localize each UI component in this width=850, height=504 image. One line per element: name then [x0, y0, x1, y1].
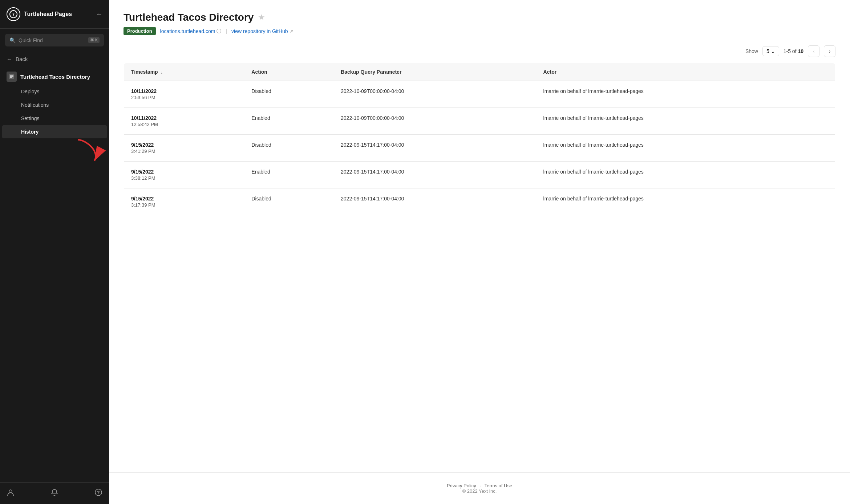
sidebar: Y Turtlehead Pages ← 🔍 Quick Find ⌘ K ← … [0, 0, 109, 504]
page-title-row: Turtlehead Tacos Directory ★ [124, 12, 835, 23]
svg-text:?: ? [97, 490, 100, 495]
table-header: Timestamp ↓ Action Backup Query Paramete… [124, 63, 835, 81]
search-shortcut: ⌘ K [88, 37, 100, 43]
profile-icon[interactable] [7, 488, 15, 498]
terms-of-use-link[interactable]: Terms of Use [485, 483, 513, 488]
table-row: 10/11/2022 2:53:56 PM Disabled 2022-10-0… [124, 81, 835, 108]
cell-backup-2: 2022-09-15T14:17:00-04:00 [333, 135, 536, 162]
info-icon: ⓘ [216, 28, 221, 34]
cell-timestamp-1: 10/11/2022 12:58:42 PM [124, 108, 244, 135]
meta-separator: | [226, 28, 227, 34]
table-row: 10/11/2022 12:58:42 PM Enabled 2022-10-0… [124, 108, 835, 135]
cell-timestamp-2: 9/15/2022 3:41:29 PM [124, 135, 244, 162]
main-content: Turtlehead Tacos Directory ★ Production … [109, 0, 850, 504]
logo-icon: Y [7, 7, 20, 21]
cell-actor-4: lmarrie on behalf of lmarrie-turtlehead-… [536, 188, 835, 215]
prev-page-button[interactable]: ‹ [808, 45, 819, 57]
repo-link[interactable]: view repository in GitHub ↗ [231, 28, 293, 34]
cell-action-2: Disabled [244, 135, 333, 162]
cell-action-0: Disabled [244, 81, 333, 108]
svg-rect-5 [10, 77, 12, 78]
col-actor: Actor [536, 63, 835, 81]
cell-backup-4: 2022-09-15T14:17:00-04:00 [333, 188, 536, 215]
svg-text:Y: Y [12, 12, 15, 16]
section-icon [7, 72, 17, 82]
table-row: 9/15/2022 3:38:12 PM Enabled 2022-09-15T… [124, 162, 835, 188]
production-badge: Production [124, 27, 156, 35]
show-label: Show [745, 48, 758, 54]
history-table: Timestamp ↓ Action Backup Query Paramete… [124, 63, 835, 215]
sidebar-item-history[interactable]: History [2, 125, 107, 138]
sidebar-logo-text: Turtlehead Pages [24, 11, 72, 17]
col-timestamp[interactable]: Timestamp ↓ [124, 63, 244, 81]
sidebar-item-notifications[interactable]: Notifications [2, 98, 107, 111]
site-link[interactable]: locations.turtlehead.com ⓘ [160, 28, 222, 34]
cell-actor-1: lmarrie on behalf of lmarrie-turtlehead-… [536, 108, 835, 135]
page-title: Turtlehead Tacos Directory [124, 12, 254, 23]
external-link-icon: ↗ [290, 29, 293, 34]
section-title: Turtlehead Tacos Directory [20, 74, 90, 80]
sidebar-collapse-icon[interactable]: ← [96, 11, 102, 18]
cell-actor-0: lmarrie on behalf of lmarrie-turtlehead-… [536, 81, 835, 108]
cell-action-3: Enabled [244, 162, 333, 188]
back-label: Back [16, 56, 28, 62]
back-button[interactable]: ← Back [0, 52, 109, 66]
footer-links: Privacy Policy · Terms of Use [116, 483, 843, 488]
next-page-button[interactable]: › [824, 45, 835, 57]
search-icon: 🔍 [9, 37, 16, 43]
table-row: 9/15/2022 3:17:39 PM Disabled 2022-09-15… [124, 188, 835, 215]
col-action: Action [244, 63, 333, 81]
svg-point-6 [9, 490, 12, 493]
copyright-text: © 2022 Yext Inc. [116, 488, 843, 494]
pagination-info: 1-5 of 10 [784, 48, 804, 54]
cell-action-4: Disabled [244, 188, 333, 215]
svg-rect-4 [10, 76, 13, 77]
sidebar-item-deploys[interactable]: Deploys [2, 85, 107, 98]
cell-backup-0: 2022-10-09T00:00:00-04:00 [333, 81, 536, 108]
page-meta: Production locations.turtlehead.com ⓘ | … [124, 27, 835, 35]
table-body: 10/11/2022 2:53:56 PM Disabled 2022-10-0… [124, 81, 835, 215]
svg-rect-3 [10, 75, 13, 76]
pagination-row: Show 5 ⌄ 1-5 of 10 ‹ › [124, 45, 835, 57]
cell-timestamp-3: 9/15/2022 3:38:12 PM [124, 162, 244, 188]
chevron-down-icon: ⌄ [771, 48, 775, 54]
sidebar-section: Turtlehead Tacos Directory [0, 66, 109, 85]
cell-timestamp-0: 10/11/2022 2:53:56 PM [124, 81, 244, 108]
cell-backup-3: 2022-09-15T14:17:00-04:00 [333, 162, 536, 188]
sidebar-footer: ? [0, 482, 109, 504]
content-body: Turtlehead Tacos Directory ★ Production … [109, 0, 850, 472]
sidebar-item-settings[interactable]: Settings [2, 112, 107, 125]
cell-timestamp-4: 9/15/2022 3:17:39 PM [124, 188, 244, 215]
col-backup-query-param: Backup Query Parameter [333, 63, 536, 81]
cell-backup-1: 2022-10-09T00:00:00-04:00 [333, 108, 536, 135]
cell-actor-2: lmarrie on behalf of lmarrie-turtlehead-… [536, 135, 835, 162]
cell-actor-3: lmarrie on behalf of lmarrie-turtlehead-… [536, 162, 835, 188]
favorite-star-icon[interactable]: ★ [258, 13, 265, 22]
sidebar-logo: Y Turtlehead Pages [7, 7, 72, 21]
sidebar-header: Y Turtlehead Pages ← [0, 0, 109, 29]
back-arrow-icon: ← [7, 56, 12, 62]
sort-icon: ↓ [161, 70, 163, 74]
content-footer: Privacy Policy · Terms of Use © 2022 Yex… [109, 472, 850, 504]
privacy-policy-link[interactable]: Privacy Policy [447, 483, 476, 488]
quick-find-bar[interactable]: 🔍 Quick Find ⌘ K [5, 34, 104, 46]
help-icon[interactable]: ? [94, 488, 102, 498]
show-select[interactable]: 5 ⌄ [762, 46, 779, 56]
bell-icon[interactable] [50, 488, 58, 498]
table-row: 9/15/2022 3:41:29 PM Disabled 2022-09-15… [124, 135, 835, 162]
sidebar-nav: Deploys Notifications Settings History [0, 85, 109, 139]
search-placeholder: Quick Find [19, 37, 85, 43]
cell-action-1: Enabled [244, 108, 333, 135]
